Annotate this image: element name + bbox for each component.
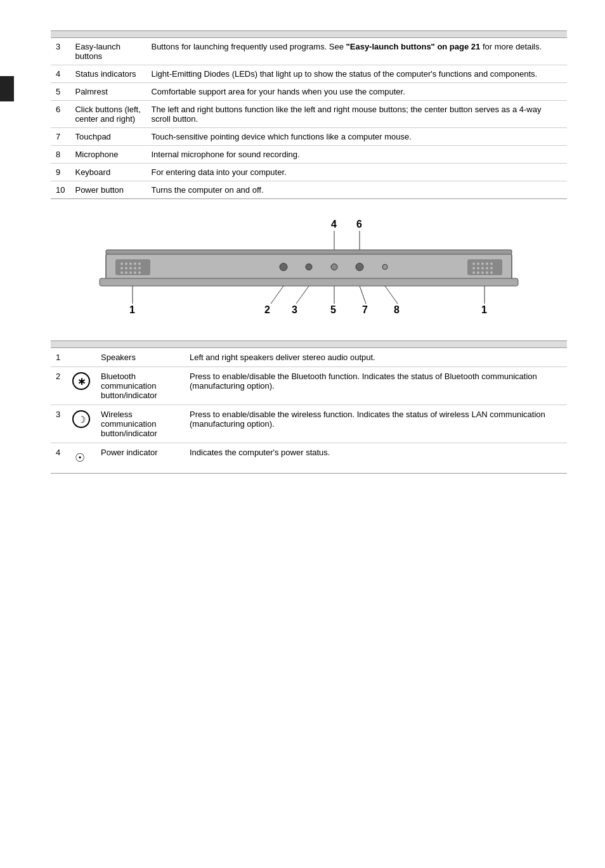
svg-line-48 [296,286,309,304]
svg-point-28 [486,267,488,269]
row-item: Bluetooth communication button/indicator [96,367,185,405]
table-row: 5PalmrestComfortable support area for yo… [51,83,567,101]
svg-text:1: 1 [129,304,135,315]
top-table-header-item [70,31,146,38]
row-desc: Left and right speakers deliver stereo a… [185,348,567,367]
svg-point-4 [120,262,123,265]
row-icon: ∗ [67,367,96,405]
svg-point-27 [481,267,484,269]
row-num: 10 [51,181,70,199]
svg-text:5: 5 [330,304,336,315]
top-table-header-num [51,31,70,38]
table-row: 3 ☽ Wireless communication button/indica… [51,405,567,443]
svg-text:☉: ☉ [75,451,85,464]
row-item: Speakers [96,348,185,367]
svg-point-9 [120,267,123,269]
row-desc: Press to enable/disable the wireless fun… [185,405,567,443]
svg-point-12 [134,267,136,269]
svg-point-8 [138,262,141,265]
svg-text:7: 7 [362,304,368,315]
svg-point-37 [331,264,337,270]
bottom-table-header-icon [67,341,96,348]
svg-point-21 [477,262,479,265]
bottom-table-header-item [96,341,185,348]
svg-line-54 [385,286,398,304]
row-icon: ☉ [67,443,96,474]
svg-point-36 [306,264,312,270]
row-item: Easy-launch buttons [70,38,146,65]
svg-point-30 [472,271,475,274]
table-row: 3Easy-launch buttonsButtons for launchin… [51,38,567,65]
table-row: 9KeyboardFor entering data into your com… [51,164,567,181]
svg-point-10 [125,267,127,269]
row-desc: Buttons for launching frequently used pr… [146,38,567,65]
svg-point-7 [134,262,136,265]
row-num: 2 [51,367,67,405]
row-item: Click buttons (left, center and right) [70,101,146,128]
svg-line-46 [271,286,283,304]
laptop-diagram: 4 6 1 2 3 5 7 8 1 [87,218,531,320]
row-desc: For entering data into your computer. [146,164,567,181]
svg-point-16 [129,271,132,274]
row-num: 3 [51,38,70,65]
svg-point-24 [490,262,493,265]
row-num: 7 [51,128,70,146]
svg-point-20 [472,262,475,265]
svg-point-17 [134,271,136,274]
svg-point-33 [486,271,488,274]
svg-point-14 [120,271,123,274]
svg-text:∗: ∗ [77,376,86,387]
table-row: 4 ☉ Power indicatorIndicates the compute… [51,443,567,474]
page-wrapper: 3Easy-launch buttonsButtons for launchin… [0,0,605,499]
svg-text:☽: ☽ [77,414,86,425]
svg-point-34 [490,271,493,274]
svg-point-23 [486,262,488,265]
row-desc: Turns the computer on and off. [146,181,567,199]
svg-point-26 [477,267,479,269]
row-desc: The left and right buttons function like… [146,101,567,128]
table-row: 7TouchpadTouch-sensitive pointing device… [51,128,567,146]
svg-line-52 [360,286,366,304]
svg-point-31 [477,271,479,274]
table-row: 6Click buttons (left, center and right)T… [51,101,567,128]
svg-point-22 [481,262,484,265]
row-item: Power indicator [96,443,185,474]
svg-point-11 [129,267,132,269]
bottom-table-header-num [51,341,67,348]
svg-rect-1 [100,278,518,286]
table-row: 1SpeakersLeft and right speakers deliver… [51,348,567,367]
svg-point-13 [138,267,141,269]
row-num: 8 [51,146,70,164]
row-num: 3 [51,405,67,443]
row-num: 5 [51,83,70,101]
top-table: 3Easy-launch buttonsButtons for launchin… [51,30,567,199]
svg-point-15 [125,271,127,274]
svg-point-35 [280,263,287,271]
table-row: 8MicrophoneInternal microphone for sound… [51,146,567,164]
svg-point-5 [125,262,127,265]
row-num: 1 [51,348,67,367]
row-num: 4 [51,443,67,474]
top-table-header-desc [146,31,567,38]
row-item: Power button [70,181,146,199]
row-desc: Light-Emitting Diodes (LEDs) that light … [146,65,567,83]
row-desc: Indicates the computer's power status. [185,443,567,474]
row-desc: Press to enable/disable the Bluetooth fu… [185,367,567,405]
row-num: 9 [51,164,70,181]
row-item: Status indicators [70,65,146,83]
bottom-table: 1SpeakersLeft and right speakers deliver… [51,340,567,474]
row-desc: Internal microphone for sound recording. [146,146,567,164]
svg-text:2: 2 [264,304,270,315]
row-num: 6 [51,101,70,128]
table-row: 4Status indicatorsLight-Emitting Diodes … [51,65,567,83]
svg-point-38 [356,263,363,271]
side-tab [0,76,14,101]
row-item: Microphone [70,146,146,164]
row-icon: ☽ [67,405,96,443]
svg-text:4: 4 [331,219,337,230]
svg-text:3: 3 [292,304,297,315]
row-item: Wireless communication button/indicator [96,405,185,443]
table-row: 10Power buttonTurns the computer on and … [51,181,567,199]
table-row: 2 ∗ Bluetooth communication button/indic… [51,367,567,405]
bottom-table-header-desc [185,341,567,348]
